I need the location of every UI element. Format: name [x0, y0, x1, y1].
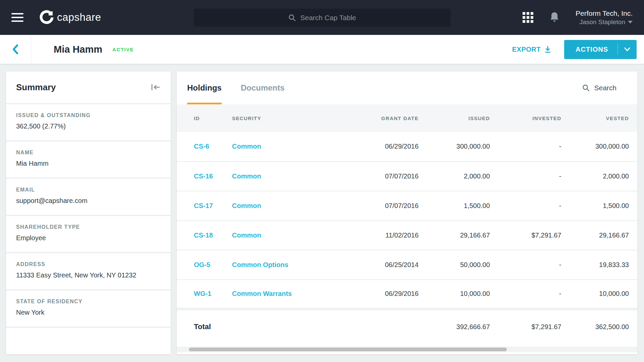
cell-sec: Common [232, 191, 347, 220]
company-name: Perform Tech, Inc. [576, 9, 633, 17]
total-invested: $7,291.67 [490, 309, 561, 343]
holding-id-link[interactable]: CS-18 [194, 231, 213, 239]
column-header-invested: INVESTED [490, 104, 561, 132]
holding-sec-link[interactable]: Common [232, 172, 261, 180]
cell-id: OG-5 [177, 250, 232, 279]
export-button[interactable]: EXPORT [512, 45, 551, 53]
summary-field-label: NAME [16, 150, 161, 156]
cell-grant: 06/25/2014 [347, 250, 419, 279]
top-navbar: capshare Search Cap Table Perform Tech, … [0, 0, 644, 35]
holding-id-link[interactable]: WG-1 [194, 290, 211, 297]
summary-field-value: support@capshare.com [16, 197, 161, 205]
summary-sidebar: Summary ISSUED & OUTSTANDING362,500 (2.7… [6, 71, 171, 354]
holdings-search[interactable]: Search [582, 84, 616, 92]
export-label: EXPORT [512, 46, 541, 53]
column-header-security: SECURITY [232, 104, 347, 132]
cell-ves: 2,000.00 [561, 161, 637, 191]
cell-iss: 2,000.00 [419, 161, 490, 191]
summary-field-label: STATE OF RESIDENCY [16, 299, 161, 305]
search-icon [288, 14, 296, 22]
summary-field-value: New York [16, 309, 161, 316]
cell-ves: 1,500.00 [561, 191, 637, 220]
summary-field: ADDRESS11333 Easy Street, New York, NY 0… [6, 253, 171, 289]
summary-field: STATE OF RESIDENCYNew York [6, 291, 171, 326]
table-header-row: ID SECURITY GRANT DATE ISSUED INVESTED V… [177, 104, 637, 132]
summary-field-value: Mia Hamm [16, 160, 161, 167]
total-row: Total 392,666.67 $7,291.67 362,500.00 [177, 309, 637, 343]
user-menu[interactable]: Perform Tech, Inc. Jason Stapleton [576, 9, 633, 26]
holding-row: CS-6Common06/29/2016300,000.00-300,000.0… [177, 132, 637, 161]
holding-id-link[interactable]: CS-17 [194, 202, 213, 209]
summary-field: ISSUED & OUTSTANDING362,500 (2.77%) [6, 104, 171, 140]
cell-ves: 29,166.67 [561, 220, 637, 250]
summary-field-label: ADDRESS [16, 261, 161, 267]
summary-field-value: 11333 Easy Street, New York, NY 01232 [16, 271, 161, 279]
cell-id: WG-1 [177, 279, 232, 309]
holding-sec-link[interactable]: Common Options [232, 261, 288, 268]
actions-label: ACTIONS [564, 46, 618, 53]
holding-id-link[interactable]: CS-6 [194, 143, 209, 150]
chevron-left-icon [11, 44, 20, 55]
holdings-search-label: Search [594, 84, 616, 92]
apps-grid-icon[interactable] [523, 12, 533, 23]
holding-sec-link[interactable]: Common Warrants [232, 290, 292, 297]
holding-sec-link[interactable]: Common [232, 202, 261, 209]
holding-row: CS-17Common07/07/20161,500.00-1,500.00 [177, 191, 637, 220]
horizontal-scrollbar-track[interactable] [177, 347, 637, 352]
cell-sec: Common [232, 132, 347, 161]
hamburger-menu-icon[interactable] [11, 13, 23, 22]
chevron-down-icon [624, 47, 631, 52]
tab-documents[interactable]: Documents [241, 71, 285, 104]
cell-iss: 300,000.00 [419, 132, 490, 161]
cell-id: CS-17 [177, 191, 232, 220]
total-issued: 392,666.67 [419, 309, 490, 343]
summary-field: SHAREHOLDER TYPEEmployee [6, 216, 171, 252]
summary-title: Summary [16, 82, 56, 93]
total-label: Total [177, 309, 419, 343]
cell-id: CS-18 [177, 220, 232, 250]
cell-iss: 1,500.00 [419, 191, 490, 220]
cell-iss: 50,000.00 [419, 250, 490, 279]
holding-row: WG-1Common Warrants06/29/201610,000.00-1… [177, 279, 637, 309]
total-vested: 362,500.00 [561, 309, 637, 343]
cell-iss: 29,166.67 [419, 220, 490, 250]
cell-id: CS-6 [177, 132, 232, 161]
collapse-panel-icon[interactable] [151, 83, 161, 91]
summary-filler [6, 328, 171, 354]
cell-inv: - [490, 161, 561, 191]
tab-holdings[interactable]: Holdings [187, 71, 222, 104]
search-placeholder: Search Cap Table [300, 14, 356, 22]
notifications-bell-icon[interactable] [549, 11, 560, 23]
status-badge: ACTIVE [112, 47, 134, 52]
cell-grant: 07/07/2016 [347, 191, 419, 220]
cell-inv: $7,291.67 [490, 220, 561, 250]
column-header-grant-date: GRANT DATE [347, 104, 419, 132]
actions-dropdown-toggle[interactable] [618, 47, 637, 52]
holding-id-link[interactable]: CS-16 [194, 172, 213, 180]
page-header: Mia Hamm ACTIVE EXPORT ACTIONS [0, 35, 644, 64]
cell-grant: 11/02/2016 [347, 220, 419, 250]
actions-button[interactable]: ACTIONS [564, 40, 637, 59]
cell-sec: Common [232, 161, 347, 191]
cell-grant: 06/29/2016 [347, 132, 419, 161]
holding-sec-link[interactable]: Common [232, 143, 261, 150]
search-icon [582, 84, 590, 92]
cell-sec: Common Warrants [232, 279, 347, 309]
cell-inv: - [490, 279, 561, 309]
holding-sec-link[interactable]: Common [232, 231, 261, 239]
holding-id-link[interactable]: OG-5 [194, 261, 210, 268]
cell-inv: - [490, 132, 561, 161]
download-icon [544, 45, 551, 53]
user-name: Jason Stapleton [580, 18, 625, 26]
back-button[interactable] [0, 35, 31, 64]
summary-field-value: 362,500 (2.77%) [16, 122, 161, 130]
capshare-logo-icon [39, 10, 54, 25]
cap-table-search-input[interactable]: Search Cap Table [194, 9, 450, 27]
summary-field-value: Employee [16, 234, 161, 242]
summary-header: Summary [6, 71, 171, 103]
horizontal-scrollbar-thumb[interactable] [189, 348, 507, 351]
chevron-down-icon [628, 21, 633, 23]
cell-id: CS-16 [177, 161, 232, 191]
summary-field: EMAILsupport@capshare.com [6, 179, 171, 215]
holdings-panel: Holdings Documents Search ID SECURITY GR… [177, 71, 637, 354]
